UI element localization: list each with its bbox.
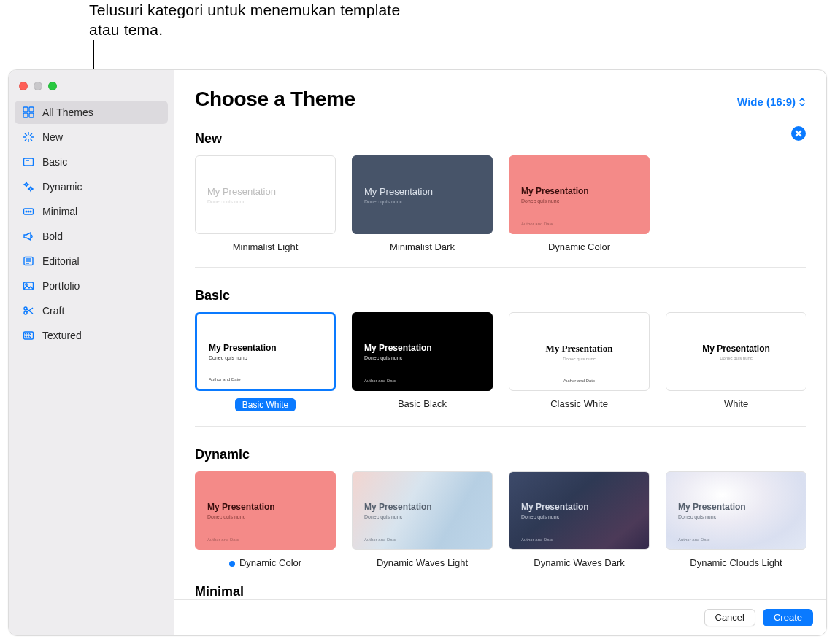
minimize-window-button[interactable] — [34, 82, 42, 90]
callout-text: Telusuri kategori untuk menemukan templa… — [89, 0, 410, 40]
sidebar-item-label: Minimal — [42, 206, 77, 217]
section-title-dynamic: Dynamic — [195, 447, 806, 462]
create-button[interactable]: Create — [763, 609, 813, 626]
preview-title: My Presentation — [207, 502, 323, 512]
page-title: Choose a Theme — [195, 88, 355, 111]
theme-tile: My Presentation Donec quis nunc Author a… — [509, 471, 650, 568]
section-title-new: New — [195, 131, 222, 147]
section-divider — [195, 426, 806, 427]
theme-thumbnail[interactable]: My Presentation Donec quis nunc — [666, 312, 806, 391]
theme-thumbnail[interactable]: My Presentation Donec quis nunc Author a… — [352, 471, 493, 550]
sidebar-item-label: Textured — [42, 330, 82, 341]
svg-rect-4 — [24, 158, 34, 166]
theme-tile: My Presentation Donec quis nunc Author a… — [195, 471, 336, 568]
theme-label: Dynamic Waves Light — [352, 557, 493, 568]
svg-rect-18 — [24, 332, 34, 339]
sidebar-item-minimal[interactable]: Minimal — [15, 200, 168, 223]
image-icon — [22, 279, 35, 292]
preview-title: My Presentation — [207, 186, 323, 197]
theme-thumbnail[interactable]: My Presentation Donec quis nunc — [352, 155, 493, 234]
theme-tile: My Presentation Donec quis nunc Author a… — [195, 312, 336, 411]
sidebar-item-editorial[interactable]: Editorial — [15, 249, 168, 273]
preview-subtitle: Donec quis nunc — [521, 198, 637, 203]
sidebar-item-dynamic[interactable]: Dynamic — [15, 175, 168, 198]
preview-footnote: Author and Date — [678, 538, 710, 542]
close-window-button[interactable] — [19, 82, 28, 90]
aspect-ratio-label: Wide (16:9) — [737, 96, 796, 108]
sidebar-item-label: All Themes — [42, 106, 93, 118]
slide-icon — [22, 155, 35, 168]
texture-icon — [22, 329, 35, 342]
svg-point-9 — [30, 211, 31, 212]
preview-title: My Presentation — [209, 343, 322, 353]
sidebar-item-new[interactable]: New — [15, 125, 168, 149]
grid-icon — [22, 106, 35, 119]
theme-tile: My Presentation Donec quis nunc Author a… — [352, 312, 493, 411]
theme-thumbnail[interactable]: My Presentation Donec quis nunc Author a… — [352, 312, 493, 391]
sidebar-item-portfolio[interactable]: Portfolio — [15, 274, 168, 298]
sidebar-item-all-themes[interactable]: All Themes — [15, 101, 168, 124]
preview-footnote: Author and Date — [364, 538, 396, 542]
preview-title: My Presentation — [364, 502, 480, 512]
preview-subtitle: Donec quis nunc — [364, 514, 480, 519]
cancel-button[interactable]: Cancel — [704, 609, 755, 626]
theme-thumbnail[interactable]: My Presentation Donec quis nunc — [195, 155, 336, 234]
sidebar-item-label: Dynamic — [42, 181, 82, 193]
preview-subtitle: Donec quis nunc — [678, 356, 794, 360]
preview-subtitle: Donec quis nunc — [364, 355, 480, 360]
svg-rect-1 — [29, 107, 34, 112]
theme-thumbnail[interactable]: My Presentation Donec quis nunc Author a… — [195, 471, 336, 550]
sidebar-list: All Themes New Basic — [9, 101, 174, 347]
svg-rect-3 — [29, 113, 34, 117]
theme-label: Dynamic Color — [195, 557, 336, 568]
aspect-ratio-dropdown[interactable]: Wide (16:9) — [737, 96, 806, 108]
zoom-window-button[interactable] — [48, 82, 57, 90]
preview-footnote: Author and Date — [509, 379, 649, 383]
sidebar-item-basic[interactable]: Basic — [15, 150, 168, 174]
theme-tile: My Presentation Donec quis nunc Minimali… — [195, 155, 336, 252]
theme-thumbnail[interactable]: My Presentation Donec quis nunc Author a… — [509, 471, 650, 550]
window-controls — [9, 77, 174, 101]
dismiss-section-button[interactable] — [791, 126, 806, 141]
theme-tile: My Presentation Donec quis nunc Author a… — [509, 155, 650, 252]
section-title-minimal: Minimal — [195, 584, 806, 599]
section-divider — [195, 267, 806, 268]
preview-footnote: Author and Date — [521, 538, 553, 542]
sidebar-item-bold[interactable]: Bold — [15, 225, 168, 248]
theme-label: Dynamic Waves Dark — [509, 557, 650, 568]
svg-point-15 — [26, 284, 27, 285]
svg-rect-0 — [23, 107, 28, 112]
theme-thumbnail[interactable]: My Presentation Donec quis nunc Author a… — [195, 312, 336, 391]
svg-rect-2 — [23, 113, 28, 117]
preview-subtitle: Donec quis nunc — [521, 514, 637, 519]
preview-title: My Presentation — [521, 502, 637, 512]
theme-label: Dynamic Color — [509, 241, 650, 252]
theme-thumbnail[interactable]: My Presentation Donec quis nunc Author a… — [509, 312, 650, 391]
scissors-icon — [22, 304, 35, 317]
sidebar-item-label: Editorial — [42, 255, 80, 267]
sidebar-item-label: New — [42, 131, 63, 143]
theme-label: Classic White — [509, 398, 650, 409]
theme-chooser-window: All Themes New Basic — [8, 69, 827, 636]
chevron-updown-icon — [799, 96, 806, 108]
theme-thumbnail[interactable]: My Presentation Donec quis nunc Author a… — [666, 471, 806, 550]
section-title-basic: Basic — [195, 288, 806, 303]
theme-tile: My Presentation Donec quis nunc Author a… — [666, 471, 806, 568]
preview-subtitle: Donec quis nunc — [678, 514, 794, 519]
sidebar-item-textured[interactable]: Textured — [15, 324, 168, 347]
live-indicator-icon — [229, 561, 235, 567]
preview-footnote: Author and Date — [364, 379, 396, 383]
theme-tile: My Presentation Donec quis nunc Author a… — [509, 312, 650, 411]
preview-subtitle: Donec quis nunc — [209, 355, 322, 360]
preview-title: My Presentation — [521, 186, 637, 196]
preview-subtitle: Donec quis nunc — [207, 199, 323, 204]
theme-thumbnail[interactable]: My Presentation Donec quis nunc Author a… — [509, 155, 650, 234]
sidebar-item-label: Portfolio — [42, 280, 80, 292]
theme-tile: My Presentation Donec quis nunc Author a… — [352, 471, 493, 568]
sidebar-item-craft[interactable]: Craft — [15, 299, 168, 322]
preview-subtitle: Donec quis nunc — [521, 357, 637, 361]
preview-title: My Presentation — [678, 502, 794, 512]
theme-label: White — [666, 398, 806, 409]
preview-footnote: Author and Date — [207, 538, 239, 542]
close-icon — [795, 130, 802, 137]
